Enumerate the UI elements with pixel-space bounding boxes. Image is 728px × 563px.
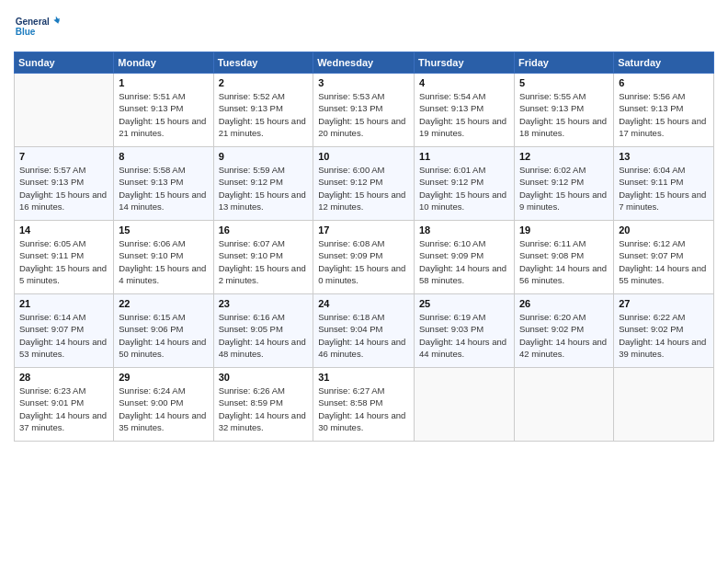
sunrise: Sunrise: 6:22 AM bbox=[619, 312, 685, 322]
sunrise: Sunrise: 5:55 AM bbox=[519, 91, 586, 101]
daylight: Daylight: 14 hours and 48 minutes. bbox=[219, 337, 306, 359]
day-number: 22 bbox=[119, 298, 208, 309]
calendar-cell: 26 Sunrise: 6:20 AM Sunset: 9:02 PM Dayl… bbox=[514, 294, 613, 368]
day-number: 26 bbox=[519, 298, 609, 309]
sunset: Sunset: 9:13 PM bbox=[119, 177, 183, 187]
sunrise: Sunrise: 6:02 AM bbox=[519, 165, 586, 175]
sunset: Sunset: 9:12 PM bbox=[318, 177, 382, 187]
calendar-cell: 25 Sunrise: 6:19 AM Sunset: 9:03 PM Dayl… bbox=[415, 294, 515, 368]
day-number: 13 bbox=[619, 151, 709, 162]
calendar-cell: 19 Sunrise: 6:11 AM Sunset: 9:08 PM Dayl… bbox=[514, 221, 613, 294]
sunset: Sunset: 9:12 PM bbox=[219, 177, 283, 187]
day-number: 5 bbox=[519, 77, 609, 88]
day-info: Sunrise: 6:06 AM Sunset: 9:10 PM Dayligh… bbox=[119, 237, 208, 286]
daylight: Daylight: 15 hours and 4 minutes. bbox=[119, 263, 206, 285]
calendar-cell: 6 Sunrise: 5:56 AM Sunset: 9:13 PM Dayli… bbox=[614, 74, 714, 147]
daylight: Daylight: 15 hours and 17 minutes. bbox=[619, 116, 706, 138]
calendar-cell: 15 Sunrise: 6:06 AM Sunset: 9:10 PM Dayl… bbox=[114, 221, 213, 294]
calendar-cell: 5 Sunrise: 5:55 AM Sunset: 9:13 PM Dayli… bbox=[514, 74, 613, 147]
day-info: Sunrise: 6:02 AM Sunset: 9:12 PM Dayligh… bbox=[519, 164, 609, 213]
day-number: 2 bbox=[219, 77, 309, 88]
sunrise: Sunrise: 6:20 AM bbox=[519, 312, 586, 322]
day-number: 23 bbox=[219, 298, 309, 309]
daylight: Daylight: 14 hours and 39 minutes. bbox=[619, 337, 706, 359]
sunset: Sunset: 9:09 PM bbox=[318, 250, 382, 260]
day-info: Sunrise: 5:51 AM Sunset: 9:13 PM Dayligh… bbox=[119, 90, 208, 139]
sunrise: Sunrise: 6:15 AM bbox=[119, 312, 185, 322]
calendar-cell: 4 Sunrise: 5:54 AM Sunset: 9:13 PM Dayli… bbox=[415, 74, 515, 147]
day-number: 21 bbox=[19, 298, 108, 309]
day-number: 8 bbox=[119, 151, 208, 162]
day-number: 31 bbox=[318, 372, 409, 383]
sunrise: Sunrise: 6:19 AM bbox=[419, 312, 485, 322]
daylight: Daylight: 15 hours and 18 minutes. bbox=[519, 116, 607, 138]
day-info: Sunrise: 5:58 AM Sunset: 9:13 PM Dayligh… bbox=[119, 164, 208, 213]
daylight: Daylight: 15 hours and 20 minutes. bbox=[318, 116, 405, 138]
day-info: Sunrise: 5:57 AM Sunset: 9:13 PM Dayligh… bbox=[19, 164, 108, 213]
day-number: 28 bbox=[19, 372, 108, 383]
calendar-cell bbox=[514, 368, 613, 442]
calendar-cell: 31 Sunrise: 6:27 AM Sunset: 8:58 PM Dayl… bbox=[313, 368, 415, 442]
day-number: 15 bbox=[119, 224, 208, 236]
day-number: 18 bbox=[419, 224, 509, 236]
calendar-cell: 17 Sunrise: 6:08 AM Sunset: 9:09 PM Dayl… bbox=[313, 221, 415, 294]
calendar-cell bbox=[614, 368, 714, 442]
calendar-cell: 16 Sunrise: 6:07 AM Sunset: 9:10 PM Dayl… bbox=[213, 221, 313, 294]
day-number: 14 bbox=[19, 224, 108, 236]
calendar-cell bbox=[415, 368, 515, 442]
day-number: 1 bbox=[119, 77, 208, 88]
logo-svg: General Blue bbox=[14, 9, 60, 46]
sunrise: Sunrise: 6:01 AM bbox=[419, 165, 485, 175]
sunset: Sunset: 9:13 PM bbox=[318, 103, 382, 113]
day-header-tuesday: Tuesday bbox=[213, 52, 313, 74]
day-info: Sunrise: 5:53 AM Sunset: 9:13 PM Dayligh… bbox=[318, 90, 409, 139]
day-number: 3 bbox=[318, 77, 409, 88]
day-info: Sunrise: 6:15 AM Sunset: 9:06 PM Dayligh… bbox=[119, 311, 208, 360]
daylight: Daylight: 14 hours and 55 minutes. bbox=[619, 263, 706, 285]
calendar-cell: 27 Sunrise: 6:22 AM Sunset: 9:02 PM Dayl… bbox=[614, 294, 714, 368]
daylight: Daylight: 15 hours and 21 minutes. bbox=[119, 116, 206, 138]
calendar-cell: 30 Sunrise: 6:26 AM Sunset: 8:59 PM Dayl… bbox=[213, 368, 313, 442]
daylight: Daylight: 15 hours and 0 minutes. bbox=[318, 263, 405, 285]
page-container: General Blue SundayMondayTuesdayWednesda… bbox=[0, 0, 728, 451]
sunset: Sunset: 9:05 PM bbox=[219, 324, 283, 334]
day-number: 12 bbox=[519, 151, 609, 162]
sunrise: Sunrise: 6:10 AM bbox=[419, 238, 485, 248]
sunset: Sunset: 9:13 PM bbox=[19, 177, 84, 187]
day-number: 27 bbox=[619, 298, 709, 309]
day-info: Sunrise: 6:08 AM Sunset: 9:09 PM Dayligh… bbox=[318, 237, 409, 286]
sunset: Sunset: 9:13 PM bbox=[619, 103, 683, 113]
daylight: Daylight: 14 hours and 32 minutes. bbox=[219, 410, 306, 432]
daylight: Daylight: 15 hours and 2 minutes. bbox=[219, 263, 306, 285]
daylight: Daylight: 14 hours and 53 minutes. bbox=[19, 337, 107, 359]
calendar-cell: 29 Sunrise: 6:24 AM Sunset: 9:00 PM Dayl… bbox=[114, 368, 213, 442]
day-header-thursday: Thursday bbox=[415, 52, 515, 74]
calendar-cell: 28 Sunrise: 6:23 AM Sunset: 9:01 PM Dayl… bbox=[15, 368, 114, 442]
day-number: 9 bbox=[219, 151, 309, 162]
day-info: Sunrise: 6:10 AM Sunset: 9:09 PM Dayligh… bbox=[419, 237, 509, 286]
calendar-cell: 13 Sunrise: 6:04 AM Sunset: 9:11 PM Dayl… bbox=[614, 147, 714, 221]
sunrise: Sunrise: 5:57 AM bbox=[19, 165, 85, 175]
sunset: Sunset: 9:02 PM bbox=[519, 324, 584, 334]
sunrise: Sunrise: 6:18 AM bbox=[318, 312, 384, 322]
daylight: Daylight: 14 hours and 46 minutes. bbox=[318, 337, 405, 359]
sunrise: Sunrise: 6:00 AM bbox=[318, 165, 384, 175]
sunset: Sunset: 9:01 PM bbox=[19, 397, 84, 408]
daylight: Daylight: 15 hours and 19 minutes. bbox=[419, 116, 506, 138]
sunrise: Sunrise: 6:24 AM bbox=[119, 385, 185, 396]
logo: General Blue bbox=[14, 9, 60, 46]
day-number: 7 bbox=[19, 151, 108, 162]
calendar-cell: 24 Sunrise: 6:18 AM Sunset: 9:04 PM Dayl… bbox=[313, 294, 415, 368]
calendar-cell: 21 Sunrise: 6:14 AM Sunset: 9:07 PM Dayl… bbox=[15, 294, 114, 368]
calendar-week-row: 7 Sunrise: 5:57 AM Sunset: 9:13 PM Dayli… bbox=[15, 147, 714, 221]
sunrise: Sunrise: 5:58 AM bbox=[119, 165, 185, 175]
calendar-week-row: 28 Sunrise: 6:23 AM Sunset: 9:01 PM Dayl… bbox=[15, 368, 714, 442]
svg-marker-3 bbox=[53, 18, 60, 24]
calendar-week-row: 21 Sunrise: 6:14 AM Sunset: 9:07 PM Dayl… bbox=[15, 294, 714, 368]
sunrise: Sunrise: 5:59 AM bbox=[219, 165, 285, 175]
daylight: Daylight: 14 hours and 37 minutes. bbox=[19, 410, 107, 432]
day-info: Sunrise: 5:55 AM Sunset: 9:13 PM Dayligh… bbox=[519, 90, 609, 139]
day-info: Sunrise: 6:12 AM Sunset: 9:07 PM Dayligh… bbox=[619, 237, 709, 286]
day-number: 17 bbox=[318, 224, 409, 236]
day-number: 19 bbox=[519, 224, 609, 236]
